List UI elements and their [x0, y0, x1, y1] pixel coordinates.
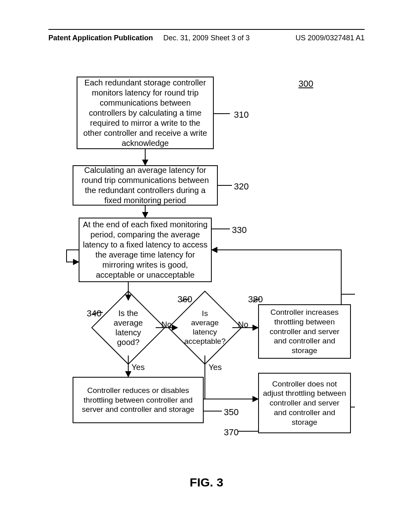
- step-320: Calculating an average latency for round…: [73, 165, 218, 206]
- ref-300: 300: [298, 79, 313, 89]
- step-380: Controller increases throttling between …: [258, 304, 351, 359]
- label-360-yes: Yes: [209, 363, 222, 372]
- step-370: Controller does not adjust throttling be…: [258, 373, 351, 433]
- ref-350: 350: [224, 407, 239, 418]
- figure-caption: FIG. 3: [0, 476, 413, 489]
- label-360-no: No: [238, 320, 248, 329]
- decision-340: Is the average latency good?: [102, 301, 154, 354]
- label-340-no: No: [161, 320, 172, 329]
- step-350: Controller reduces or disables throttlin…: [73, 377, 204, 423]
- ref-380: 380: [248, 294, 263, 305]
- ref-310: 310: [234, 110, 249, 120]
- decision-360: Is average latency acceptable?: [179, 301, 231, 354]
- ref-370: 370: [224, 427, 239, 438]
- ref-340: 340: [87, 308, 102, 319]
- header-center: Dec. 31, 2009 Sheet 3 of 3: [48, 34, 365, 42]
- label-340-yes: Yes: [131, 363, 145, 372]
- page-header: Patent Application Publication Dec. 31, …: [48, 34, 365, 42]
- ref-360: 360: [177, 294, 192, 305]
- flowchart: Each redundant storage controller monito…: [65, 77, 355, 459]
- step-330: At the end of each fixed monitoring peri…: [79, 218, 212, 282]
- header-rule: [48, 29, 365, 30]
- ref-330: 330: [232, 225, 247, 235]
- step-310: Each redundant storage controller monito…: [77, 77, 214, 149]
- ref-320: 320: [234, 181, 249, 192]
